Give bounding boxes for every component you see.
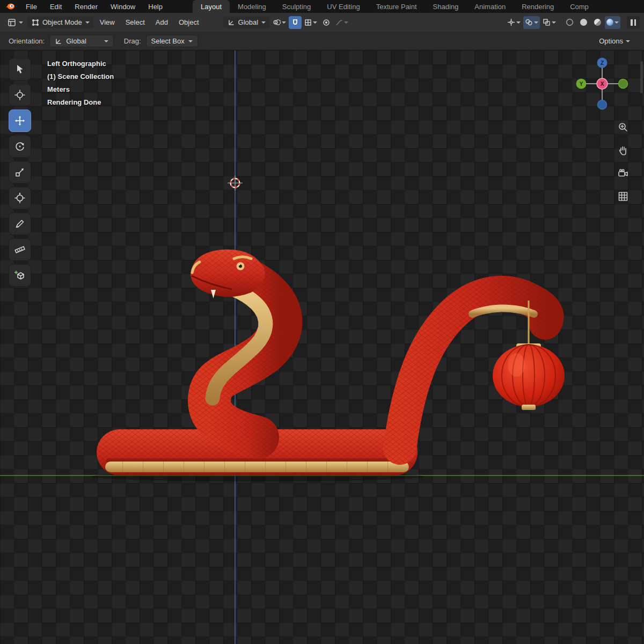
viewport-overlay-text: Left Orthographic (1) Scene Collection M… [47,57,114,109]
chevron-down-icon [19,21,23,24]
menu-select[interactable]: Select [121,16,150,28]
tab-animation[interactable]: Animation [466,0,514,13]
tool-select-box[interactable] [9,58,31,80]
orientation-settings-dropdown[interactable]: Global [49,35,114,47]
chevron-down-icon [104,40,108,42]
tab-uv-editing[interactable]: UV Editing [319,0,368,13]
rendered-scene [0,50,644,644]
units-label: Meters [47,83,114,96]
pause-render-button[interactable] [627,16,640,29]
chevron-down-icon [313,21,317,24]
menu-render[interactable]: Render [68,0,104,13]
pivot-point-dropdown[interactable] [271,16,288,29]
toggle-ortho-grid-button[interactable] [615,188,631,204]
proportional-editing-toggle[interactable] [320,16,333,29]
pause-icon [631,19,636,26]
mode-label: Object Mode [42,18,82,26]
menu-object[interactable]: Object [174,16,204,28]
topbar: File Edit Render Window Help Layout Mode… [0,0,644,13]
show-overlays-dropdown[interactable] [523,16,540,29]
tool-add-cube[interactable] [9,264,31,287]
viewport-3d[interactable]: Left Orthographic (1) Scene Collection M… [0,50,644,644]
snap-toggle[interactable] [289,16,302,29]
tab-layout[interactable]: Layout [193,0,230,13]
gizmo-axis-neg-y [619,79,628,89]
menu-help[interactable]: Help [142,0,169,13]
orientation-settings-label: Orientation: [9,37,45,45]
svg-text:X: X [601,81,604,87]
navigation-gizmo[interactable]: Z Y X [575,57,629,112]
tab-compositing[interactable]: Comp [562,0,597,13]
blender-logo-icon[interactable] [0,0,19,13]
shading-rendered-button[interactable] [605,16,620,29]
chevron-down-icon [261,21,266,24]
mode-dropdown[interactable]: Object Mode [27,16,94,28]
tool-rotate[interactable] [9,135,31,158]
tab-shading[interactable]: Shading [425,0,467,13]
tool-transform[interactable] [9,187,31,209]
chevron-down-icon [552,21,556,24]
xray-toggle-dropdown[interactable] [541,16,558,29]
tool-cursor[interactable] [9,84,31,106]
view-name-label: Left Orthographic [47,57,114,70]
chevron-down-icon [188,40,193,42]
chevron-down-icon [534,21,538,24]
tool-scale[interactable] [9,161,31,184]
snake-neck [209,276,281,437]
drag-mode-dropdown[interactable]: Select Box [146,35,198,47]
menu-window[interactable]: Window [104,0,142,13]
menu-add[interactable]: Add [151,16,173,28]
svg-text:Y: Y [580,81,583,87]
svg-text:Z: Z [601,60,604,66]
viewport-nav-buttons [615,119,631,204]
chevron-down-icon [516,21,521,24]
drag-mode-value: Select Box [151,37,185,45]
tool-measure[interactable] [9,238,31,261]
editor-type-dropdown[interactable] [4,16,26,29]
workspace-tabs: Layout Modeling Sculpting UV Editing Tex… [193,0,597,13]
shading-material-button[interactable] [591,16,604,29]
menu-view[interactable]: View [95,16,120,28]
chevron-down-icon [282,21,286,24]
toolbar-left [9,58,31,287]
gizmo-axis-neg-z [598,100,607,109]
tab-sculpting[interactable]: Sculpting [274,0,319,13]
proportional-falloff-dropdown[interactable] [334,16,350,29]
chevron-down-icon [614,21,619,24]
options-label: Options [599,37,623,45]
menu-edit[interactable]: Edit [43,0,68,13]
orientation-settings-value: Global [66,37,86,45]
shading-wireframe-button[interactable] [563,16,576,29]
chevron-down-icon [626,40,630,42]
options-dropdown[interactable]: Options [596,35,633,47]
collection-label: (1) Scene Collection [47,70,114,83]
tool-settings-bar: Orientation: Global Drag: Select Box Opt… [0,32,644,50]
pan-hand-button[interactable] [615,142,631,158]
menu-file[interactable]: File [19,0,43,13]
camera-view-button[interactable] [615,165,631,181]
cursor-3d [228,175,243,191]
chevron-down-icon [344,21,348,24]
tab-modeling[interactable]: Modeling [230,0,274,13]
zoom-button[interactable] [615,119,631,135]
viewport-scrollbar[interactable] [640,61,643,93]
tab-texture-paint[interactable]: Texture Paint [368,0,425,13]
chevron-down-icon [85,21,90,24]
orientation-label: Global [238,18,259,26]
shading-solid-button[interactable] [577,16,590,29]
viewport-header: Object Mode View Select Add Object Globa… [0,13,644,32]
transform-orientation-dropdown[interactable]: Global [223,16,270,28]
snap-settings-dropdown[interactable] [303,16,319,29]
drag-label: Drag: [124,37,141,45]
tool-annotate[interactable] [9,213,31,235]
render-status-label: Rendering Done [47,96,114,109]
show-gizmo-dropdown[interactable] [506,16,522,29]
tab-rendering[interactable]: Rendering [514,0,562,13]
tool-move[interactable] [9,109,31,132]
